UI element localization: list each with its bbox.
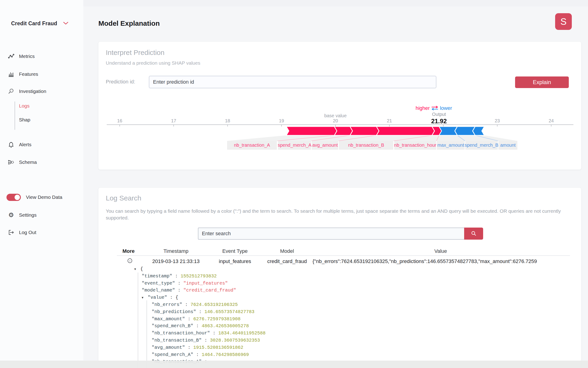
feature-label: amount — [500, 143, 516, 148]
json-line: "max_amount" : 6276.725979381908 — [98, 316, 581, 323]
sidebar-item-logout[interactable]: Log Out — [8, 228, 36, 237]
sidebar-item-schema[interactable]: Schema — [8, 158, 37, 166]
feature-label: nb_transaction_hour — [394, 143, 436, 148]
axis-tick-label: 23 — [495, 118, 500, 123]
avatar[interactable]: S — [555, 13, 572, 30]
json-line: "nb_predictions" : 146.65573574827783 — [98, 308, 581, 316]
section-title: Log Search — [106, 194, 141, 202]
force-segment-lower-spend_merch_B[interactable] — [455, 127, 475, 135]
view-demo-data-toggle[interactable]: View Demo Data — [7, 193, 62, 201]
sidebar-item-metrics[interactable]: Metrics — [8, 52, 35, 61]
json-line: ▾{ — [98, 266, 581, 273]
col-header-timestamp: Timestamp — [143, 248, 208, 254]
sidebar-item-label: Features — [19, 71, 38, 77]
cell-value: {"nb_errors":7624.653192106325,"nb_predi… — [313, 258, 569, 264]
log-search-card: Log Search You can search by typying a f… — [98, 188, 581, 368]
sidebar-item-settings[interactable]: ⚙ Settings — [8, 211, 36, 219]
metrics-icon — [8, 53, 15, 60]
bell-icon — [8, 141, 15, 148]
col-header-more: More — [117, 248, 143, 254]
search-icon — [471, 230, 477, 237]
json-line: "model_name" : "credit_card_fraud" — [98, 287, 581, 294]
force-segment-higher-spend_merch_A[interactable] — [334, 127, 352, 135]
cell-event-type: input_features — [208, 258, 262, 264]
json-line: "nb_errors" : 7624.653192106325 — [98, 301, 581, 308]
axis-tick-label: 17 — [171, 118, 176, 123]
feature-label: nb_transaction_A — [234, 143, 270, 148]
sidebar-item-label: Logs — [19, 103, 30, 109]
explain-button[interactable]: Explain — [515, 76, 569, 88]
json-line: "spend_merch_A" : 1464.764298586969 — [98, 351, 581, 359]
force-segment-higher-nb_transaction_A[interactable] — [286, 127, 337, 135]
project-selector[interactable]: Credit Card Fraud — [11, 20, 68, 27]
nav-sub-guide — [15, 101, 15, 130]
col-header-model: Model — [262, 248, 313, 254]
sidebar-item-label: Alerts — [19, 142, 32, 147]
log-table-header: More Timestamp Event Type Model Value — [117, 247, 569, 255]
axis-tick-label: 18 — [225, 118, 230, 123]
search-input[interactable] — [198, 228, 464, 240]
interpret-prediction-card: Interpret Prediction Understand a predic… — [98, 42, 581, 170]
force-segment-lower-amount[interactable] — [473, 127, 484, 135]
force-segment-higher-nb_transaction_B[interactable] — [377, 127, 435, 135]
sidebar-item-label: Log Out — [19, 230, 36, 235]
app-root: Credit Card Fraud Metrics Features — [0, 0, 588, 368]
section-title: Interpret Prediction — [106, 49, 164, 56]
section-subtitle: Understand a prediction using SHAP value… — [106, 60, 200, 66]
log-search-bar — [198, 228, 483, 240]
axis-tick-label: 21 — [387, 118, 392, 123]
sidebar-item-label: Metrics — [19, 54, 35, 59]
toggle-pill[interactable] — [7, 194, 21, 201]
collapse-caret-icon[interactable]: ▾ — [142, 294, 148, 301]
feature-label: spend_merch_A — [278, 143, 312, 148]
logout-icon — [8, 229, 15, 236]
json-line: "avg_amount" : 1915.5208136591862 — [98, 344, 581, 351]
chevron-down-icon — [63, 22, 68, 26]
toggle-label: View Demo Data — [26, 194, 62, 200]
sidebar-item-label: Settings — [19, 212, 36, 218]
sidebar-item-shap[interactable]: Shap — [19, 116, 30, 124]
cell-model: credit_card_fraud — [262, 258, 313, 264]
prediction-id-label: Prediction id: — [106, 79, 135, 85]
sidebar-item-features[interactable]: Features — [8, 70, 38, 78]
output-label: Output — [432, 112, 446, 117]
bottom-fade-band — [0, 361, 588, 368]
json-line: "nb_transaction_hour" : 1834.46401195258… — [98, 330, 581, 337]
legend-arrow-left-icon — [432, 108, 438, 110]
output-value: 21.92 — [431, 118, 447, 125]
sidebar-item-label: Schema — [19, 159, 37, 165]
axis-tick-label: 16 — [117, 118, 122, 123]
magnifier-icon — [8, 88, 15, 95]
base-value-label: base value — [324, 113, 347, 118]
sidebar-item-alerts[interactable]: Alerts — [8, 140, 32, 149]
sidebar-item-investigation[interactable]: Investigation — [8, 87, 46, 95]
cell-timestamp: 2019-03-13 21:33:13 — [143, 258, 208, 264]
log-search-description: You can search by typying a field name f… — [106, 208, 576, 221]
feature-label: avg_amount — [312, 143, 338, 148]
axis-tick-label: 19 — [279, 118, 284, 123]
col-header-value: Value — [313, 248, 569, 254]
prediction-id-input[interactable] — [149, 76, 436, 88]
avatar-initial: S — [561, 17, 567, 27]
json-line: "timestamp" : 1552512793832 — [98, 273, 581, 280]
expand-row-icon[interactable] — [117, 258, 143, 265]
json-line: "spend_merch_B" : 4863.426536005278 — [98, 322, 581, 330]
search-button[interactable] — [464, 228, 483, 240]
schema-icon — [8, 159, 15, 166]
toggle-knob — [15, 195, 20, 200]
feature-label: nb_transaction_B — [348, 143, 384, 148]
feature-label: max_amount — [437, 143, 464, 148]
table-row: 2019-03-13 21:33:13 input_features credi… — [117, 257, 569, 266]
features-icon — [8, 71, 15, 78]
col-header-event-type: Event Type — [208, 248, 262, 254]
force-segment-higher-avg_amount[interactable] — [350, 127, 379, 135]
sidebar-item-label: Shap — [19, 117, 30, 123]
sidebar-item-logs[interactable]: Logs — [19, 102, 30, 110]
table-divider — [117, 255, 570, 256]
sidebar: Credit Card Fraud Metrics Features — [0, 0, 83, 368]
axis-tick-label: 20 — [333, 118, 338, 123]
json-tree-view: ▾{"timestamp" : 1552512793832"event_type… — [98, 266, 581, 366]
collapse-caret-icon[interactable]: ▾ — [134, 266, 140, 273]
sidebar-item-label: Investigation — [19, 89, 46, 94]
top-strip — [0, 0, 588, 7]
